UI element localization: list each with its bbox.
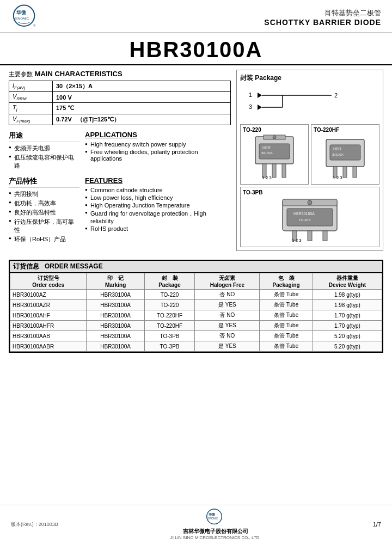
list-item: 低功耗，高效率: [9, 199, 79, 207]
order-halogen-free: 否 NO: [195, 331, 260, 341]
order-code: HBR30100AABR: [10, 341, 87, 352]
order-weight: 1.70 g(typ): [313, 310, 382, 321]
order-weight: 5.20 g(typ): [313, 341, 382, 352]
svg-marker-5: [258, 93, 262, 98]
svg-rect-17: [282, 164, 286, 177]
svg-text:2: 2: [334, 92, 338, 99]
order-code: HBR30100AAB: [10, 331, 87, 341]
table-row: HBR30100AHFR HBR30100A TO-220HF 是 YES 条管…: [10, 321, 382, 331]
list-item: Common cathode structure: [85, 187, 231, 193]
list-item: 良好的高温特性: [9, 209, 79, 217]
features-section: 产品特性 共阴接制 低功耗，高效率 良好的高温特性 行边压保护坏，高可靠性 环保…: [9, 176, 231, 244]
order-code: HBR30100AZ: [10, 290, 87, 300]
svg-marker-9: [258, 105, 262, 110]
svg-rect-35: [323, 231, 327, 241]
svg-rect-25: [353, 167, 357, 177]
feat-cn-list: 共阴接制 低功耗，高效率 良好的高温特性 行边压保护坏，高可靠性 环保（RoHS…: [9, 190, 79, 243]
svg-text:1: 1: [249, 91, 252, 98]
chars-section-title: 主要参数 MAIN CHARACTERISTICS: [9, 70, 231, 78]
left-content: 主要参数 MAIN CHARACTERISTICS IF(AV) 30（2×15…: [9, 70, 231, 251]
footer-company-en: JI LIN SINO MICROELECTRONICS CO., LTD.: [170, 535, 261, 540]
order-table: 订货型号Order codes 印 记Marking 封 装Package 无卤…: [10, 273, 382, 352]
feat-cn: 产品特性 共阴接制 低功耗，高效率 良好的高温特性 行边压保护坏，高可靠性 环保…: [9, 176, 79, 244]
feat-en-title: FEATURES: [85, 176, 231, 185]
order-halogen-free: 是 YES: [195, 300, 260, 310]
value-cell: 0.72V （@Tj=125℃）: [53, 114, 231, 125]
svg-text:华微: 华微: [16, 10, 27, 15]
footer-company-cn: 吉林华微电子股份有限公司: [170, 528, 261, 535]
order-packaging: 条管 Tube: [260, 331, 313, 341]
order-packaging: 条管 Tube: [260, 290, 313, 300]
title-section: HBR30100A: [0, 33, 392, 65]
col-header: 印 记Marking: [87, 273, 144, 290]
svg-text:1 2 3: 1 2 3: [333, 175, 342, 180]
order-table-body: HBR30100AZ HBR30100A TO-220 否 NO 条管 Tube…: [10, 290, 382, 352]
order-package: TO-220: [144, 300, 194, 310]
table-row: VF(max) 0.72V （@Tj=125℃）: [9, 114, 231, 125]
list-item: 行边压保护坏，高可靠性: [9, 218, 79, 234]
feat-en-list: Common cathode structure Low power loss,…: [85, 187, 231, 232]
svg-text:®: ®: [33, 24, 35, 27]
order-marking: HBR30100A: [87, 310, 144, 321]
table-row: IF(AV) 30（2×15）A: [9, 81, 231, 92]
order-package: TO-220HF: [144, 310, 194, 321]
right-content: 封装 Package 1 2 3: [236, 70, 383, 251]
order-packaging: 条管 Tube: [260, 310, 313, 321]
order-marking: HBR30100A: [87, 290, 144, 300]
apps-cn-list: 变频开关电源 低压续流电容和保护电路: [9, 144, 79, 170]
header: 华微 SINOMIC ® 肖特基势垒二极管 SCHOTTKY BARRIER D…: [0, 0, 392, 33]
applications-section: 用途 变频开关电源 低压续流电容和保护电路 APPLICATIONS High …: [9, 131, 231, 171]
pin-diagram: 1 2 3: [240, 86, 379, 122]
order-packaging: 条管 Tube: [260, 341, 313, 352]
apps-en-list: High frequency switch power supply Free …: [85, 141, 231, 162]
col-header: 包 装Packaging: [260, 273, 313, 290]
footer-logo-icon: 华微 SINOMIC: [205, 509, 226, 526]
order-marking: HBR30100A: [87, 331, 144, 341]
chars-table: IF(AV) 30（2×15）A VRRM 100 V Tj 175 ℃ VF(…: [9, 81, 231, 125]
table-header-row: 订货型号Order codes 印 记Marking 封 装Package 无卤…: [10, 273, 382, 290]
order-weight: 1.98 g(typ): [313, 290, 382, 300]
param-cell: Tj: [9, 103, 53, 114]
footer-page: 1/7: [373, 521, 381, 528]
table-row: HBR30100AABR HBR30100A TO-3PB 是 YES 条管 T…: [10, 341, 382, 352]
value-cell: 30（2×15）A: [53, 81, 231, 92]
header-right: 肖特基势垒二极管 SCHOTTKY BARRIER DIODE: [264, 8, 381, 27]
order-code: HBR30100AHF: [10, 310, 87, 321]
order-header: 订货信息 ORDER MESSAGE: [10, 261, 382, 273]
order-weight: 1.70 g(typ): [313, 321, 382, 331]
footer-version: 版本(Rev.)：201003B: [11, 521, 58, 528]
main-title: HBR30100A: [0, 38, 392, 62]
table-row: HBR30100AHF HBR30100A TO-220HF 否 NO 条管 T…: [10, 310, 382, 321]
to220-svg: HBR 30100A 1 2 3: [247, 134, 302, 180]
svg-text:HBR30100A: HBR30100A: [293, 212, 315, 216]
order-marking: HBR30100A: [87, 300, 144, 310]
table-row: HBR30100AAB HBR30100A TO-3PB 否 NO 条管 Tub…: [10, 331, 382, 341]
table-row: HBR30100AZR HBR30100A TO-220 是 YES 条管 Tu…: [10, 300, 382, 310]
order-halogen-free: 否 NO: [195, 290, 260, 300]
order-halogen-free: 否 NO: [195, 310, 260, 321]
header-en-text: SCHOTTKY BARRIER DIODE: [264, 18, 381, 27]
order-package: TO-3PB: [144, 331, 194, 341]
svg-point-14: [273, 136, 276, 139]
apps-cn-title: 用途: [9, 131, 79, 142]
value-cell: 175 ℃: [53, 103, 231, 114]
svg-text:30100A: 30100A: [332, 153, 344, 156]
svg-text:1 2 3: 1 2 3: [262, 175, 272, 180]
feat-en: FEATURES Common cathode structure Low po…: [85, 176, 231, 244]
to3pb-svg: HBR30100A TO-3PB 1 2 3: [277, 197, 342, 243]
order-package: TO-220: [144, 290, 194, 300]
svg-rect-36: [287, 209, 333, 226]
table-row: Tj 175 ℃: [9, 103, 231, 114]
list-item: RoHS product: [85, 225, 231, 232]
pin-diagram-svg: 1 2 3: [244, 88, 353, 118]
svg-text:TO-3PB: TO-3PB: [299, 218, 311, 222]
order-code: HBR30100AZR: [10, 300, 87, 310]
chars-en-title: MAIN CHARACTERISTICS: [35, 70, 122, 78]
to220hf-svg: HBR 30100A 1 2 3: [318, 134, 372, 180]
svg-text:3: 3: [249, 103, 252, 110]
page: 华微 SINOMIC ® 肖特基势垒二极管 SCHOTTKY BARRIER D…: [0, 0, 392, 551]
order-weight: 5.20 g(typ): [313, 331, 382, 341]
apps-en-title: APPLICATIONS: [85, 131, 231, 139]
table-row: HBR30100AZ HBR30100A TO-220 否 NO 条管 Tube…: [10, 290, 382, 300]
to3pb-label: TO-3PB: [243, 189, 377, 195]
